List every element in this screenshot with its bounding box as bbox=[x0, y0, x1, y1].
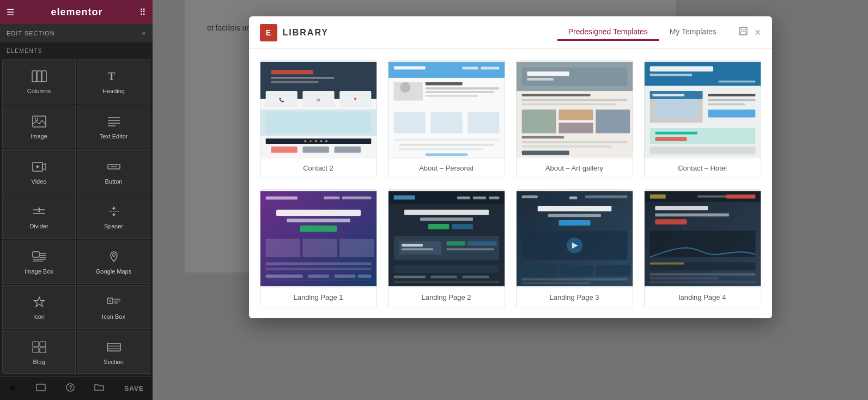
svg-rect-59 bbox=[265, 112, 371, 134]
grid-icon[interactable]: ⠿ bbox=[139, 7, 146, 17]
template-card-landing-page-3[interactable]: Landing Page 3 bbox=[516, 189, 633, 307]
svg-rect-35 bbox=[40, 342, 46, 347]
sidebar-item-video[interactable]: Video bbox=[2, 149, 76, 193]
svg-rect-154 bbox=[446, 241, 465, 246]
svg-rect-181 bbox=[726, 195, 755, 199]
svg-rect-60 bbox=[265, 138, 371, 144]
elements-label: ELEMENTS bbox=[0, 43, 153, 57]
svg-rect-95 bbox=[521, 103, 616, 105]
sidebar-footer: ✕ ? SAVE bbox=[0, 376, 153, 400]
svg-rect-72 bbox=[462, 67, 478, 70]
sidebar-item-divider[interactable]: Divider bbox=[2, 195, 76, 239]
svg-point-62 bbox=[309, 140, 312, 142]
svg-rect-159 bbox=[430, 276, 457, 278]
svg-rect-51 bbox=[271, 81, 318, 83]
svg-rect-115 bbox=[708, 99, 755, 101]
blog-icon bbox=[32, 341, 46, 355]
elements-grid: Columns T Heading Image bbox=[0, 57, 153, 376]
image-icon bbox=[32, 116, 46, 130]
sidebar-item-button[interactable]: Button bbox=[77, 149, 150, 193]
svg-rect-146 bbox=[404, 210, 489, 215]
icon-icon bbox=[32, 296, 46, 310]
sidebar-item-section[interactable]: Section bbox=[77, 330, 150, 374]
sidebar-item-icon-box[interactable]: Icon Box bbox=[77, 285, 150, 329]
modal-close-icon[interactable]: × bbox=[755, 26, 761, 39]
spacer-icon bbox=[107, 205, 121, 220]
svg-rect-117 bbox=[708, 110, 755, 118]
svg-rect-120 bbox=[655, 137, 687, 141]
template-card-landing-page-1[interactable]: Landing Page 1 bbox=[260, 189, 377, 307]
template-card-contact-hotel[interactable]: Contact – Hotel bbox=[644, 60, 761, 178]
template-label-about-personal: About – Personal bbox=[389, 159, 505, 178]
svg-rect-155 bbox=[468, 241, 496, 246]
template-card-landing-page-2[interactable]: Landing Page 2 bbox=[388, 189, 505, 307]
columns-icon bbox=[32, 70, 47, 84]
save-button[interactable]: SAVE bbox=[124, 385, 144, 392]
svg-rect-188 bbox=[650, 273, 755, 276]
footer-folder-icon[interactable] bbox=[94, 383, 104, 394]
video-label: Video bbox=[32, 178, 47, 185]
divider-icon bbox=[32, 205, 46, 220]
svg-rect-152 bbox=[402, 244, 423, 247]
hamburger-icon[interactable]: ☰ bbox=[7, 7, 14, 17]
svg-rect-108 bbox=[718, 81, 755, 83]
sidebar-item-spacer[interactable]: Spacer bbox=[77, 195, 150, 239]
section-label: Section bbox=[104, 359, 124, 365]
svg-rect-90 bbox=[521, 68, 627, 86]
svg-rect-164 bbox=[585, 196, 627, 198]
sidebar-item-google-maps[interactable]: Google Maps bbox=[77, 240, 150, 284]
tab-my-templates[interactable]: My Templates bbox=[659, 24, 727, 41]
modal-header-actions: × bbox=[738, 26, 761, 39]
svg-rect-175 bbox=[521, 278, 627, 281]
sidebar-item-blog[interactable]: Blog bbox=[2, 330, 76, 374]
sidebar-item-image[interactable]: Image bbox=[2, 105, 76, 149]
sidebar-item-heading[interactable]: T Heading bbox=[77, 59, 150, 104]
panel-close-icon[interactable]: × bbox=[142, 30, 146, 37]
template-thumb-about-personal bbox=[389, 60, 505, 159]
svg-point-75 bbox=[400, 82, 410, 93]
template-card-about-art-gallery[interactable]: About – Art gallery bbox=[516, 60, 633, 178]
svg-rect-103 bbox=[521, 151, 569, 155]
svg-rect-1 bbox=[37, 71, 41, 82]
svg-rect-153 bbox=[402, 248, 433, 250]
svg-rect-100 bbox=[521, 136, 563, 138]
icon-box-icon bbox=[107, 296, 121, 310]
sidebar-logo: elementor bbox=[51, 7, 102, 18]
template-card-contact-2[interactable]: 📞 ✉ 📍 bbox=[260, 60, 377, 178]
svg-rect-38 bbox=[107, 343, 120, 351]
svg-rect-79 bbox=[425, 95, 478, 97]
icon-box-label: Icon Box bbox=[102, 313, 125, 320]
svg-rect-167 bbox=[548, 214, 601, 217]
modal-header: E LIBRARY Predesigned Templates My Templ… bbox=[249, 16, 772, 49]
template-card-about-personal[interactable]: About – Personal bbox=[388, 60, 505, 178]
svg-rect-144 bbox=[472, 197, 485, 199]
template-thumb-contact-hotel bbox=[645, 60, 761, 159]
footer-close-icon[interactable]: ✕ bbox=[9, 383, 16, 393]
sidebar-title-bar: EDIT SECTION × bbox=[0, 24, 153, 43]
heading-icon: T bbox=[107, 70, 121, 84]
image-label: Image bbox=[31, 133, 47, 140]
section-icon bbox=[107, 341, 121, 355]
svg-rect-98 bbox=[559, 123, 593, 133]
svg-rect-49 bbox=[271, 70, 313, 74]
footer-help-icon[interactable]: ? bbox=[66, 383, 75, 394]
svg-rect-124 bbox=[324, 197, 339, 199]
sidebar-item-text-editor[interactable]: Text Editor bbox=[77, 105, 150, 149]
template-label-landing-page-3: Landing Page 3 bbox=[517, 288, 633, 307]
footer-responsive-icon[interactable] bbox=[36, 383, 46, 394]
svg-rect-101 bbox=[521, 141, 627, 143]
sidebar-item-icon[interactable]: Icon bbox=[2, 285, 76, 329]
svg-rect-128 bbox=[287, 219, 350, 222]
tab-predesigned[interactable]: Predesigned Templates bbox=[557, 24, 659, 41]
template-label-contact-hotel: Contact – Hotel bbox=[645, 159, 761, 178]
template-thumb-landing-page-1 bbox=[260, 190, 377, 288]
svg-rect-156 bbox=[446, 248, 494, 250]
template-card-landing-page-4[interactable]: landing Page 4 bbox=[644, 189, 761, 307]
svg-rect-129 bbox=[300, 226, 337, 232]
sidebar-item-image-box[interactable]: Image Box bbox=[2, 240, 76, 284]
modal-save-icon[interactable] bbox=[738, 26, 748, 39]
svg-rect-132 bbox=[339, 239, 374, 257]
sidebar-item-columns[interactable]: Columns bbox=[2, 59, 76, 104]
svg-text:?: ? bbox=[69, 385, 72, 391]
svg-point-29 bbox=[112, 254, 115, 257]
